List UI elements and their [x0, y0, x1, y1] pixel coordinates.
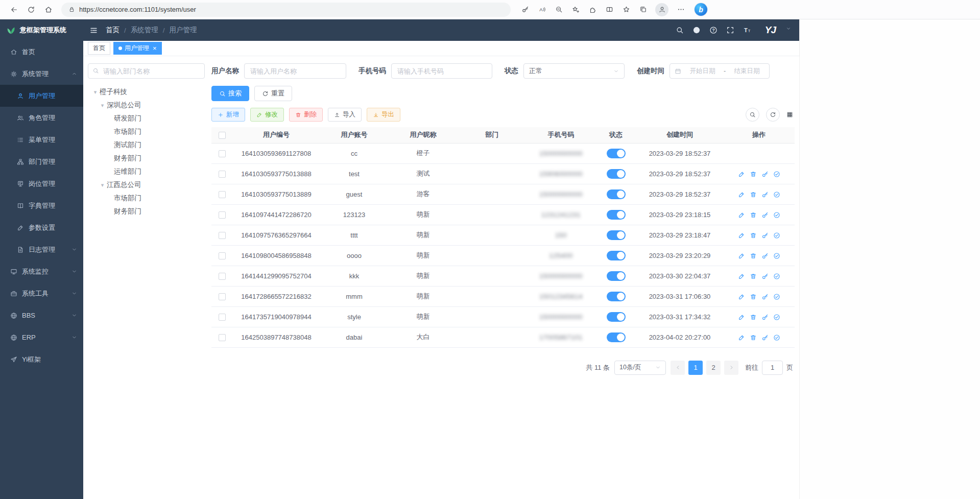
- row-checkbox[interactable]: [219, 334, 226, 341]
- goto-page-input[interactable]: [762, 361, 783, 375]
- row-reset-password-icon[interactable]: [761, 293, 769, 300]
- row-delete-icon[interactable]: [750, 273, 757, 280]
- font-size-icon[interactable]: TT: [743, 26, 751, 34]
- row-reset-password-icon[interactable]: [761, 191, 769, 198]
- page-button-1[interactable]: 1: [688, 361, 703, 375]
- row-edit-icon[interactable]: [738, 211, 745, 219]
- status-toggle[interactable]: [607, 189, 626, 199]
- reset-button[interactable]: 重置: [254, 86, 292, 101]
- status-toggle[interactable]: [607, 312, 626, 322]
- row-delete-icon[interactable]: [750, 293, 757, 300]
- next-page-button[interactable]: [724, 361, 738, 375]
- tree-node[interactable]: 运维部门: [88, 165, 205, 178]
- row-delete-icon[interactable]: [750, 232, 757, 239]
- sidebar-item-monitor[interactable]: 系统监控: [0, 260, 83, 282]
- tab-用户管理[interactable]: 用户管理×: [113, 42, 162, 55]
- reload-icon[interactable]: [23, 2, 39, 17]
- row-delete-icon[interactable]: [750, 334, 757, 341]
- row-checkbox[interactable]: [219, 273, 226, 280]
- sidebar-item-user[interactable]: 用户管理: [0, 85, 83, 107]
- sidebar-item-log[interactable]: 日志管理: [0, 239, 83, 260]
- row-edit-icon[interactable]: [738, 293, 745, 300]
- date-range-picker[interactable]: 开始日期 - 结束日期: [670, 63, 770, 79]
- tree-node[interactable]: 财务部门: [88, 205, 205, 218]
- row-reset-password-icon[interactable]: [761, 252, 769, 259]
- read-aloud-icon[interactable]: A: [535, 2, 549, 17]
- tree-node[interactable]: 测试部门: [88, 138, 205, 152]
- tree-expand-icon[interactable]: ▾: [91, 89, 100, 96]
- tab-首页[interactable]: 首页: [88, 42, 110, 55]
- row-checkbox[interactable]: [219, 293, 226, 300]
- row-checkbox[interactable]: [219, 314, 226, 321]
- sidebar-item-system[interactable]: 系统管理: [0, 63, 83, 85]
- row-reset-password-icon[interactable]: [761, 171, 769, 178]
- row-edit-icon[interactable]: [738, 314, 745, 321]
- search-button[interactable]: 搜索: [211, 86, 249, 101]
- bing-copilot-icon[interactable]: b: [695, 3, 707, 16]
- sidebar-item-bbs[interactable]: BBS: [0, 304, 83, 326]
- sidebar-item-tools[interactable]: 系统工具: [0, 282, 83, 304]
- refresh-icon[interactable]: [766, 108, 780, 122]
- row-delete-icon[interactable]: [750, 171, 757, 178]
- tree-node[interactable]: 财务部门: [88, 152, 205, 165]
- row-edit-icon[interactable]: [738, 171, 745, 178]
- tab-close-icon[interactable]: ×: [153, 45, 157, 52]
- prev-page-button[interactable]: [671, 361, 685, 375]
- row-edit-icon[interactable]: [738, 273, 745, 280]
- column-toggle-grid-icon[interactable]: [786, 111, 793, 118]
- profile-avatar[interactable]: [655, 3, 668, 16]
- row-delete-icon[interactable]: [750, 211, 757, 219]
- tree-node[interactable]: 市场部门: [88, 192, 205, 205]
- row-checkbox[interactable]: [219, 252, 226, 259]
- import-button[interactable]: 导入: [328, 108, 362, 122]
- row-reset-password-icon[interactable]: [761, 232, 769, 239]
- status-toggle[interactable]: [607, 292, 626, 301]
- tree-node[interactable]: 市场部门: [88, 125, 205, 138]
- tree-node[interactable]: 研发部门: [88, 112, 205, 125]
- zoom-out-icon[interactable]: [552, 2, 566, 17]
- fullscreen-icon[interactable]: [726, 26, 734, 34]
- status-toggle[interactable]: [607, 230, 626, 240]
- sidebar-item-yi[interactable]: Yi框架: [0, 348, 83, 370]
- breadcrumb-item[interactable]: 首页: [106, 26, 119, 35]
- row-delete-icon[interactable]: [750, 252, 757, 259]
- tree-node[interactable]: ▾深圳总公司: [88, 99, 205, 112]
- tree-node[interactable]: ▾橙子科技: [88, 85, 205, 99]
- row-assign-role-icon[interactable]: [773, 211, 780, 219]
- toggle-search-icon[interactable]: [746, 108, 759, 122]
- row-edit-icon[interactable]: [738, 252, 745, 259]
- row-checkbox[interactable]: [219, 191, 226, 198]
- delete-button[interactable]: 删除: [289, 108, 323, 122]
- sidebar-item-role[interactable]: 角色管理: [0, 107, 83, 129]
- status-toggle[interactable]: [607, 210, 626, 220]
- status-toggle[interactable]: [607, 251, 626, 260]
- row-assign-role-icon[interactable]: [773, 273, 780, 280]
- status-select[interactable]: 正常: [523, 63, 625, 79]
- github-icon[interactable]: [692, 26, 701, 34]
- home-icon[interactable]: [41, 2, 56, 17]
- sidebar-item-menu[interactable]: 菜单管理: [0, 129, 83, 151]
- row-edit-icon[interactable]: [738, 334, 745, 341]
- sidebar-item-dict[interactable]: 字典管理: [0, 195, 83, 217]
- address-bar[interactable]: https://ccnetcore.com:1101/system/user: [61, 3, 511, 17]
- row-edit-icon[interactable]: [738, 232, 745, 239]
- sidebar-item-dept[interactable]: 部门管理: [0, 151, 83, 173]
- split-icon[interactable]: [602, 2, 616, 17]
- row-assign-role-icon[interactable]: [773, 252, 780, 259]
- status-toggle[interactable]: [607, 169, 626, 179]
- row-assign-role-icon[interactable]: [773, 191, 780, 198]
- row-delete-icon[interactable]: [750, 191, 757, 198]
- row-delete-icon[interactable]: [750, 314, 757, 321]
- row-reset-password-icon[interactable]: [761, 273, 769, 280]
- row-assign-role-icon[interactable]: [773, 293, 780, 300]
- page-button-2[interactable]: 2: [706, 361, 721, 375]
- row-reset-password-icon[interactable]: [761, 211, 769, 219]
- select-all-checkbox[interactable]: [219, 132, 226, 139]
- sidebar-item-param[interactable]: 参数设置: [0, 217, 83, 239]
- url-text[interactable]: https://ccnetcore.com:1101/system/user: [79, 6, 196, 13]
- row-reset-password-icon[interactable]: [761, 314, 769, 321]
- status-toggle[interactable]: [607, 332, 626, 342]
- row-assign-role-icon[interactable]: [773, 171, 780, 178]
- row-checkbox[interactable]: [219, 171, 226, 178]
- row-assign-role-icon[interactable]: [773, 334, 780, 341]
